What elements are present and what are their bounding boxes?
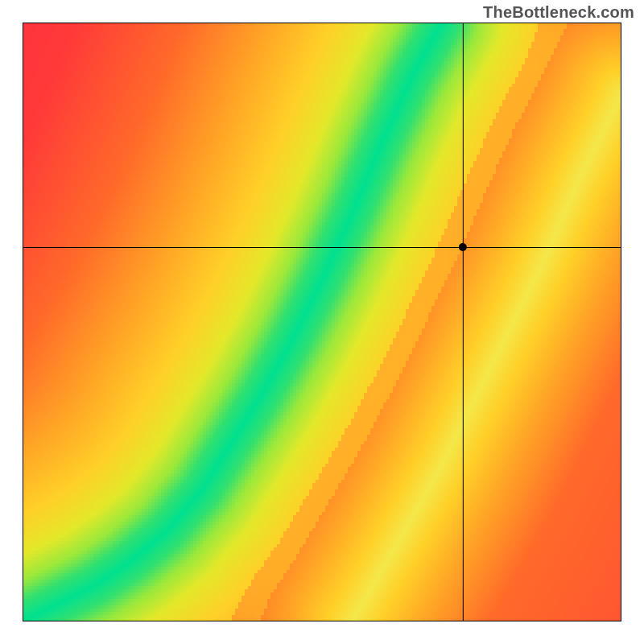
bottleneck-heatmap [23,23,621,621]
watermark-source: TheBottleneck.com [483,3,634,22]
